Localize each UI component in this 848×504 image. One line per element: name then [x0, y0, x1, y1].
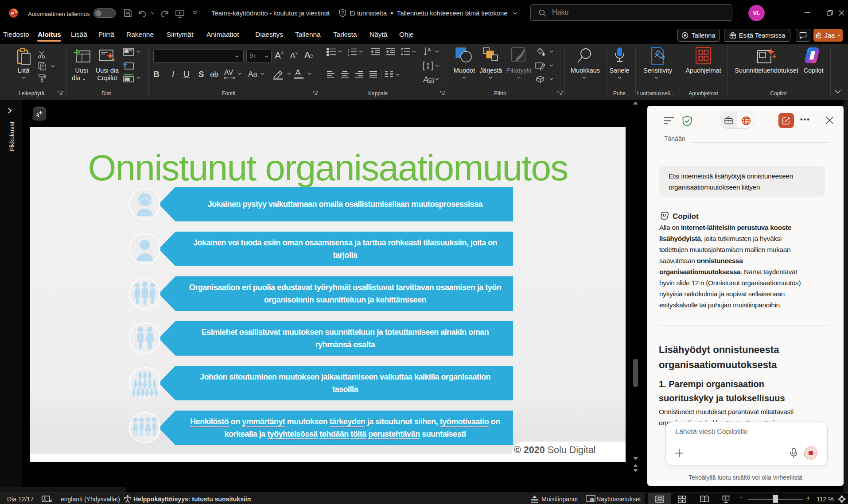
svg-text:?: ? [342, 11, 344, 16]
svg-text:A: A [428, 47, 431, 52]
svg-text:P: P [11, 11, 14, 16]
svg-text:3: 3 [348, 54, 350, 56]
svg-text:1: 1 [348, 48, 350, 51]
